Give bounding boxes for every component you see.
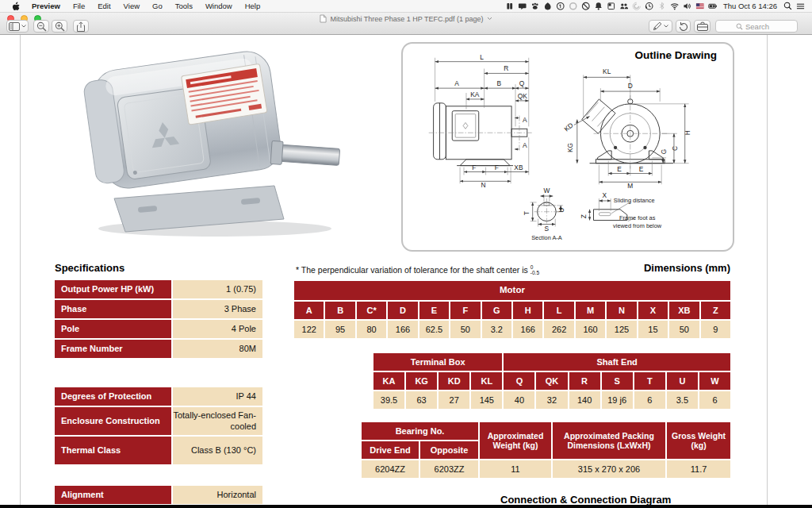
drawing-label: D: [628, 82, 633, 90]
toolbox-icon: [697, 21, 708, 31]
dim-value: 6: [634, 391, 665, 409]
input-flag-icon[interactable]: [695, 1, 705, 11]
ink-drop-icon[interactable]: [542, 1, 553, 11]
notification-center-icon[interactable]: [795, 1, 806, 11]
document-proxy-icon: [320, 14, 327, 23]
users-icon[interactable]: [619, 1, 629, 11]
window-grid-icon[interactable]: [606, 1, 616, 11]
drawing-label: M: [627, 182, 633, 190]
window-title-area: Mitsubishi Three Phase 1 HP TEFC.pdf (1 …: [95, 14, 717, 23]
drawing-label: F: [495, 164, 499, 171]
rotate-button[interactable]: [676, 20, 691, 33]
apple-menu-icon[interactable]: [11, 1, 21, 11]
dotted-circle-icon[interactable]: [568, 1, 578, 11]
menu-bar-status-area: Thu Oct 6 14:26: [504, 1, 806, 11]
app-menus: PreviewFileEditViewGoToolsWindowHelp: [25, 2, 266, 10]
dim-col-header: W: [699, 372, 730, 390]
menu-tools[interactable]: Tools: [169, 2, 199, 10]
specifications-table-1: Output Power HP (kW)1 (0.75)Phase3 Phase…: [55, 280, 262, 358]
drawing-label: U: [557, 208, 565, 213]
bell-icon[interactable]: [593, 1, 603, 11]
spec-row: Enclosure ConstructionTotally-enclosed F…: [55, 407, 262, 435]
bearing-sub-header: Drive End: [362, 441, 419, 459]
time-machine-icon[interactable]: [644, 1, 654, 11]
menu-window[interactable]: Window: [199, 2, 239, 10]
search-input[interactable]: [745, 22, 777, 31]
drawing-label: W: [543, 187, 550, 194]
tolerance-note-text: * The perpendicular variation of toleran…: [296, 265, 528, 275]
tolerance-note: * The perpendicular variation of toleran…: [296, 264, 539, 275]
motor-shaft: [270, 140, 340, 168]
dim-value: 32: [536, 391, 567, 409]
dim-col-header: B: [325, 302, 354, 319]
dim-value: 15: [638, 321, 668, 338]
drawing-label: XB: [514, 164, 523, 171]
zoom-out-button[interactable]: [33, 20, 49, 33]
dim-col-header: C*: [357, 302, 386, 319]
menu-bar-clock[interactable]: Thu Oct 6 14:26: [723, 2, 777, 10]
drawing-label: C: [671, 146, 679, 151]
spec-value: Horizontal: [173, 486, 262, 504]
dim-value: 95: [325, 321, 354, 338]
spec-row: Frame Number80M: [55, 340, 262, 358]
spec-label: Thermal Class: [55, 437, 171, 464]
spotlight-icon[interactable]: [783, 1, 793, 11]
dim-col-header: U: [667, 372, 698, 390]
menu-go[interactable]: Go: [146, 2, 169, 10]
chat-bubble-icon[interactable]: [517, 1, 527, 11]
spec-label: Degrees of Protection: [55, 387, 171, 406]
drawing-label: QK: [518, 92, 528, 100]
dim-value: 166: [513, 321, 542, 338]
title-chevron-icon[interactable]: [487, 17, 492, 21]
window-tiles-icon[interactable]: [504, 1, 515, 11]
sidebar-toggle-button[interactable]: [6, 20, 29, 33]
menu-edit[interactable]: Edit: [91, 2, 117, 10]
bearing-sub-header: Opposite: [420, 441, 478, 459]
dim-value: 160: [576, 321, 605, 338]
drawing-label: A: [523, 116, 527, 124]
drawing-label: X: [602, 191, 607, 199]
dim-value: 145: [471, 391, 502, 409]
bearing-col-header: Approximated Weight (kg): [480, 422, 551, 459]
share-button[interactable]: [73, 20, 89, 33]
markup-toolbar-button[interactable]: [694, 20, 710, 33]
dim-group-title: Terminal Box: [373, 353, 502, 371]
dim-value: 122: [294, 321, 324, 338]
search-field[interactable]: [715, 20, 798, 33]
spec-row: Thermal ClassClass B (130 °C): [55, 437, 262, 464]
volume-icon[interactable]: [682, 1, 692, 11]
chevron-down-icon: [664, 25, 668, 28]
outline-drawing: LRABQKAQKAAFFXBNKLDKDKGHCGEEMWTUSSection…: [403, 44, 733, 250]
markup-pen-button[interactable]: [649, 20, 672, 33]
menu-help[interactable]: Help: [239, 2, 267, 10]
drawing-label: KL: [603, 67, 611, 75]
paw-icon[interactable]: [530, 1, 540, 11]
battery-icon[interactable]: [707, 1, 718, 11]
sidebar-icon: [9, 22, 20, 31]
drawing-label: KD: [562, 121, 574, 133]
dim-value: 6: [699, 391, 730, 409]
spiral-icon[interactable]: [631, 1, 642, 11]
drawing-label: E: [617, 165, 622, 173]
do-not-disturb-icon[interactable]: [580, 1, 591, 11]
menu-view[interactable]: View: [117, 2, 146, 10]
zoom-in-button[interactable]: [52, 20, 67, 33]
menu-file[interactable]: File: [67, 2, 91, 10]
dim-col-header: G: [482, 302, 511, 319]
spec-value: 4 Pole: [173, 320, 262, 338]
bearing-weight-table: Bearing No.Approximated Weight (kg)Appro…: [362, 422, 730, 478]
circled-one-icon[interactable]: [555, 1, 565, 11]
dim-value: 166: [388, 321, 417, 338]
spec-row: Phase3 Phase: [55, 300, 262, 318]
menu-preview[interactable]: Preview: [25, 2, 67, 10]
dim-col-header: KD: [439, 372, 469, 390]
drawing-label: A: [523, 141, 527, 149]
window-title[interactable]: Mitsubishi Three Phase 1 HP TEFC.pdf (1 …: [330, 15, 483, 23]
rotate-left-icon: [678, 21, 688, 31]
bluetooth-icon[interactable]: [657, 1, 667, 11]
wifi-icon[interactable]: [669, 1, 680, 11]
spec-label: Phase: [55, 300, 171, 318]
drawing-label: N: [481, 181, 486, 189]
spec-label: Pole: [55, 320, 171, 338]
chevron-down-icon: [21, 25, 26, 28]
